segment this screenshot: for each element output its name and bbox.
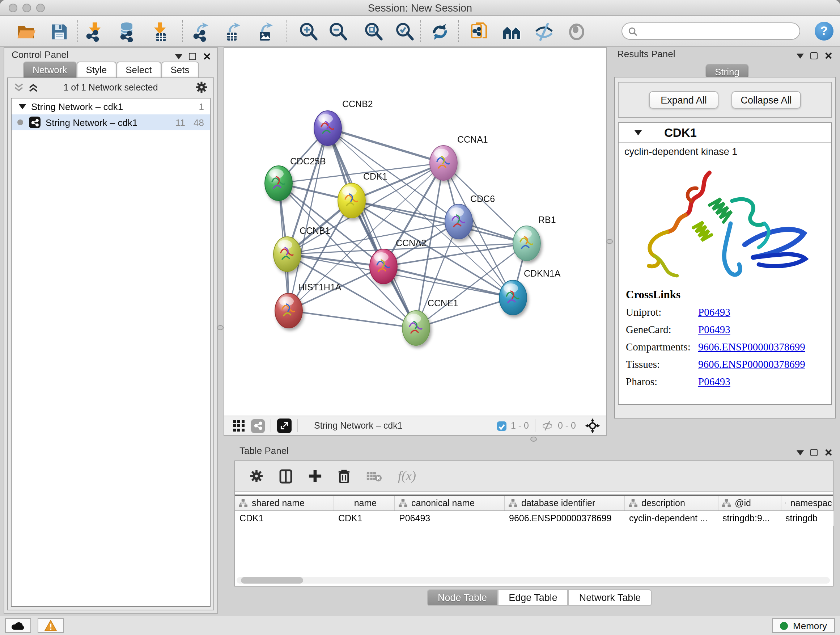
- selected-nodes-checkbox[interactable]: [497, 421, 507, 431]
- protein-node-CDC6[interactable]: [445, 204, 472, 239]
- export-network-button[interactable]: [190, 20, 213, 43]
- cloud-status-button[interactable]: [5, 618, 31, 633]
- gene-header-row[interactable]: CDK1: [619, 123, 831, 143]
- protein-node-CCNA1[interactable]: [430, 146, 457, 180]
- column-header[interactable]: name: [333, 495, 394, 510]
- search-input[interactable]: [638, 25, 782, 37]
- horizontal-scrollbar[interactable]: [237, 577, 830, 584]
- cell-shared-name[interactable]: CDK1: [235, 510, 333, 526]
- panel-menu-icon[interactable]: [797, 450, 804, 455]
- string-view-icon[interactable]: [251, 419, 265, 432]
- show-columns-icon[interactable]: [279, 469, 292, 483]
- column-header[interactable]: namespac: [781, 495, 833, 510]
- birds-eye-grid-icon[interactable]: [233, 420, 245, 432]
- table-type-tabs: Node Table Edge Table Network Table: [427, 589, 652, 606]
- panel-float-icon[interactable]: [811, 52, 818, 59]
- panel-close-icon[interactable]: ✕: [203, 53, 211, 60]
- protein-node-CDK1[interactable]: [338, 183, 365, 218]
- tab-select[interactable]: Select: [116, 62, 161, 78]
- tab-edge-table[interactable]: Edge Table: [498, 589, 568, 606]
- column-header[interactable]: shared name: [235, 495, 333, 510]
- crosslink-label: GeneCard:: [626, 324, 698, 336]
- refresh-button[interactable]: [428, 20, 452, 43]
- panel-float-icon[interactable]: [189, 53, 196, 60]
- toolbar-separator: [458, 20, 459, 42]
- cell-database-identifier[interactable]: 9606.ENSP00000378699: [504, 510, 624, 526]
- string-home-button[interactable]: [500, 20, 523, 43]
- tree-expand-icon[interactable]: [19, 104, 26, 109]
- crosslink-link[interactable]: P06493: [698, 306, 730, 318]
- protein-node-CCNE1[interactable]: [402, 310, 430, 345]
- tab-network[interactable]: Network: [23, 62, 76, 78]
- tab-node-table[interactable]: Node Table: [427, 589, 498, 606]
- export-table-button[interactable]: [221, 20, 244, 43]
- hide-selected-button[interactable]: [532, 20, 556, 43]
- tab-network-table[interactable]: Network Table: [568, 589, 652, 606]
- search-box[interactable]: [622, 22, 800, 40]
- string-results-box: Expand All Collapse All CDK1 cyclin-depe…: [614, 77, 836, 418]
- protein-node-CCNB1[interactable]: [273, 237, 301, 272]
- column-header[interactable]: database identifier: [504, 495, 624, 510]
- cell-namespace[interactable]: stringdb: [781, 510, 833, 526]
- scrollbar-thumb[interactable]: [241, 577, 303, 584]
- warnings-button[interactable]: [38, 618, 64, 633]
- panel-close-icon[interactable]: ✕: [824, 52, 833, 59]
- crosslink-link[interactable]: P06493: [698, 376, 730, 388]
- collapse-gene-icon[interactable]: [635, 130, 642, 135]
- table-row[interactable]: CDK1 CDK1 P06493 9606.ENSP00000378699 cy…: [235, 510, 833, 526]
- zoom-in-button[interactable]: [297, 20, 320, 43]
- cell-canonical-name[interactable]: P06493: [394, 510, 504, 526]
- zoom-fit-button[interactable]: [362, 20, 385, 43]
- protein-node-CDC25B[interactable]: [265, 166, 292, 201]
- toolbar-separator: [271, 419, 271, 432]
- import-network-file-button[interactable]: [83, 20, 106, 43]
- network-collection-row[interactable]: String Network – cdk1 1: [11, 98, 210, 114]
- fit-selected-crosshair-icon[interactable]: [584, 418, 600, 434]
- create-column-plus-icon[interactable]: [308, 469, 322, 483]
- cell-description[interactable]: cyclin-dependent ...: [624, 510, 718, 526]
- crosslink-link[interactable]: 9606.ENSP00000378699: [698, 341, 805, 353]
- show-all-button[interactable]: [565, 20, 588, 43]
- tab-sets[interactable]: Sets: [161, 62, 199, 78]
- column-header[interactable]: @id: [718, 495, 781, 510]
- share-document-button[interactable]: [468, 20, 491, 43]
- protein-node-HIST1H1A[interactable]: [275, 293, 302, 328]
- zoom-out-button[interactable]: [326, 20, 349, 43]
- cell-name[interactable]: CDK1: [333, 510, 394, 526]
- crosslinks-title: CrossLinks: [626, 288, 805, 301]
- cell-id[interactable]: stringdb:9...: [718, 510, 781, 526]
- help-button[interactable]: ?: [815, 22, 834, 41]
- tab-style[interactable]: Style: [76, 62, 116, 78]
- panel-menu-icon[interactable]: [175, 54, 183, 59]
- network-row[interactable]: String Network – cdk1 11 48: [11, 114, 210, 130]
- import-table-file-button[interactable]: [148, 20, 172, 43]
- crosslink-link[interactable]: 9606.ENSP00000378699: [698, 358, 805, 371]
- left-splitter-handle[interactable]: [217, 325, 224, 330]
- protein-node-CDKN1A[interactable]: [499, 280, 527, 315]
- network-view-canvas[interactable]: CCNB2CCNA1CDC25BCDK1CDC6RB1CCNB1CCNA2CDK…: [224, 47, 607, 436]
- export-image-button[interactable]: [253, 20, 276, 43]
- import-network-database-button[interactable]: [116, 20, 139, 43]
- expand-all-button[interactable]: Expand All: [649, 91, 718, 109]
- panel-float-icon[interactable]: [811, 449, 818, 456]
- column-header[interactable]: description: [624, 495, 718, 510]
- crosslink-link[interactable]: P06493: [698, 324, 730, 336]
- panel-menu-icon[interactable]: [797, 53, 804, 58]
- network-options-gear-icon[interactable]: [195, 81, 208, 93]
- save-session-button[interactable]: [48, 20, 71, 43]
- bottom-splitter-handle[interactable]: [531, 437, 537, 442]
- memory-button[interactable]: Memory: [772, 618, 835, 633]
- panel-close-icon[interactable]: ✕: [824, 449, 833, 456]
- zoom-selected-button[interactable]: [393, 20, 416, 43]
- protein-node-RB1[interactable]: [513, 226, 540, 261]
- delete-column-trash-icon[interactable]: [338, 469, 350, 483]
- open-in-new-window-icon[interactable]: [277, 418, 292, 433]
- network-graph[interactable]: CCNB2CCNA1CDC25BCDK1CDC6RB1CCNB1CCNA2CDK…: [224, 48, 606, 416]
- table-options-gear-icon[interactable]: [249, 469, 264, 483]
- zoom-out-icon: [328, 22, 348, 42]
- protein-node-CCNB2[interactable]: [314, 111, 341, 146]
- open-session-button[interactable]: [14, 20, 38, 43]
- protein-node-CCNA2[interactable]: [370, 249, 397, 284]
- column-header[interactable]: canonical name: [394, 495, 504, 510]
- collapse-all-button[interactable]: Collapse All: [731, 91, 801, 109]
